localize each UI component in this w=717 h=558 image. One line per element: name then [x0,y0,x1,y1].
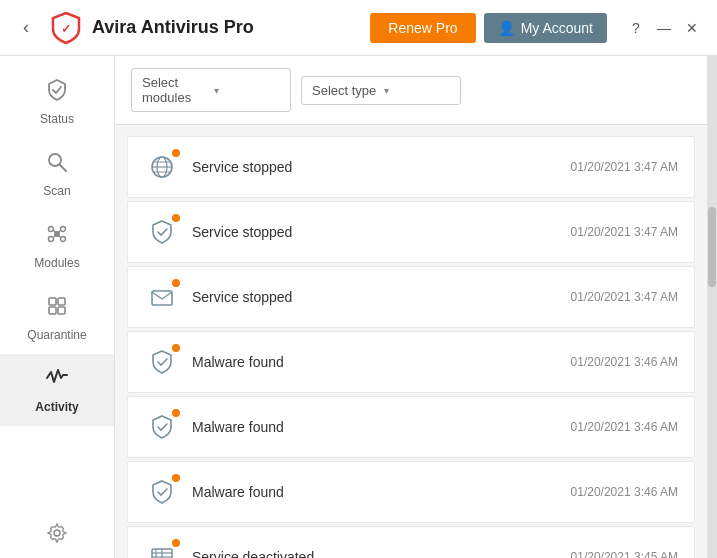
svg-text:✓: ✓ [61,22,71,36]
mail-icon [149,284,175,310]
svg-rect-13 [58,298,65,305]
item-text: Malware found [192,354,559,370]
item-icon-shield3 [144,344,180,380]
svg-line-9 [59,231,61,233]
item-text: Service stopped [192,159,559,175]
filter-bar: Select modules ▾ Select type ▾ [115,56,707,125]
item-icon-mail [144,279,180,315]
list-item: Malware found 01/20/2021 3:46 AM [127,331,695,393]
title-bar: ‹ ✓ Avira Antivirus Pro Renew Pro 👤 My A… [0,0,717,56]
quarantine-icon [45,294,69,324]
list-item: Service stopped 01/20/2021 3:47 AM [127,266,695,328]
app-title: Avira Antivirus Pro [92,17,254,38]
list-item: Service stopped 01/20/2021 3:47 AM [127,136,695,198]
sidebar-label-quarantine: Quarantine [27,328,86,342]
close-button[interactable]: ✕ [679,15,705,41]
status-icon [45,78,69,108]
sidebar: Status Scan Mo [0,56,115,558]
svg-rect-14 [49,307,56,314]
minimize-button[interactable]: — [651,15,677,41]
item-badge [170,472,182,484]
list-item: Service stopped 01/20/2021 3:47 AM [127,201,695,263]
sidebar-item-quarantine[interactable]: Quarantine [0,282,114,354]
type-dropdown[interactable]: Select type ▾ [301,76,461,105]
scrollbar-thumb[interactable] [708,207,716,287]
item-text: Service stopped [192,224,559,240]
item-time: 01/20/2021 3:46 AM [571,420,678,434]
svg-line-2 [60,165,66,171]
item-time: 01/20/2021 3:46 AM [571,485,678,499]
sidebar-footer [0,513,114,558]
scrollbar-track[interactable] [707,56,717,558]
svg-point-5 [61,227,66,232]
item-badge [170,537,182,549]
shield-icon [149,219,175,245]
app-logo: ✓ [48,10,84,46]
item-icon-globe [144,149,180,185]
sidebar-item-status[interactable]: Status [0,66,114,138]
sidebar-item-activity[interactable]: Activity [0,354,114,426]
item-text: Malware found [192,484,559,500]
item-badge [170,212,182,224]
shield-icon [149,414,175,440]
item-text: Service stopped [192,289,559,305]
account-button[interactable]: 👤 My Account [484,13,607,43]
item-time: 01/20/2021 3:45 AM [571,550,678,558]
shield-icon [149,479,175,505]
modules-icon [45,222,69,252]
help-button[interactable]: ? [623,15,649,41]
sidebar-item-modules[interactable]: Modules [0,210,114,282]
item-badge [170,342,182,354]
shield-icon [149,349,175,375]
item-time: 01/20/2021 3:47 AM [571,225,678,239]
modules-dropdown-arrow: ▾ [214,85,280,96]
item-time: 01/20/2021 3:47 AM [571,160,678,174]
item-text: Service deactivated [192,549,559,558]
type-dropdown-arrow: ▾ [384,85,450,96]
scan-icon [45,150,69,180]
modules-dropdown[interactable]: Select modules ▾ [131,68,291,112]
back-button[interactable]: ‹ [12,14,40,42]
list-item: Malware found 01/20/2021 3:46 AM [127,396,695,458]
svg-point-7 [61,237,66,242]
item-time: 01/20/2021 3:46 AM [571,355,678,369]
sidebar-label-activity: Activity [35,400,78,414]
title-bar-right: Renew Pro 👤 My Account ? — ✕ [370,13,705,43]
item-icon-firewall [144,539,180,558]
sidebar-label-scan: Scan [43,184,70,198]
svg-point-4 [49,227,54,232]
content-area: Select modules ▾ Select type ▾ [115,56,707,558]
activity-icon [45,366,69,396]
item-badge [170,277,182,289]
list-item: Service deactivated 01/20/2021 3:45 AM [127,526,695,558]
globe-icon [149,154,175,180]
svg-rect-22 [152,291,172,305]
sidebar-label-status: Status [40,112,74,126]
svg-rect-12 [49,298,56,305]
svg-rect-15 [58,307,65,314]
title-bar-left: ‹ ✓ Avira Antivirus Pro [12,10,370,46]
sidebar-label-modules: Modules [34,256,79,270]
item-time: 01/20/2021 3:47 AM [571,290,678,304]
svg-line-11 [59,236,61,238]
svg-point-16 [54,530,60,536]
item-text: Malware found [192,419,559,435]
main-layout: Status Scan Mo [0,56,717,558]
item-icon-shield5 [144,474,180,510]
svg-point-1 [49,154,61,166]
sidebar-item-scan[interactable]: Scan [0,138,114,210]
svg-line-10 [54,236,56,238]
item-icon-shield4 [144,409,180,445]
shield-logo-icon: ✓ [49,11,83,45]
item-icon-shield2 [144,214,180,250]
settings-button[interactable] [47,523,67,548]
list-item: Malware found 01/20/2021 3:46 AM [127,461,695,523]
activity-list: Service stopped 01/20/2021 3:47 AM Servi… [115,125,707,558]
renew-button[interactable]: Renew Pro [370,13,475,43]
item-badge [170,407,182,419]
user-icon: 👤 [498,20,515,36]
window-controls: ? — ✕ [623,15,705,41]
svg-point-6 [49,237,54,242]
svg-line-8 [54,231,56,233]
item-badge [170,147,182,159]
